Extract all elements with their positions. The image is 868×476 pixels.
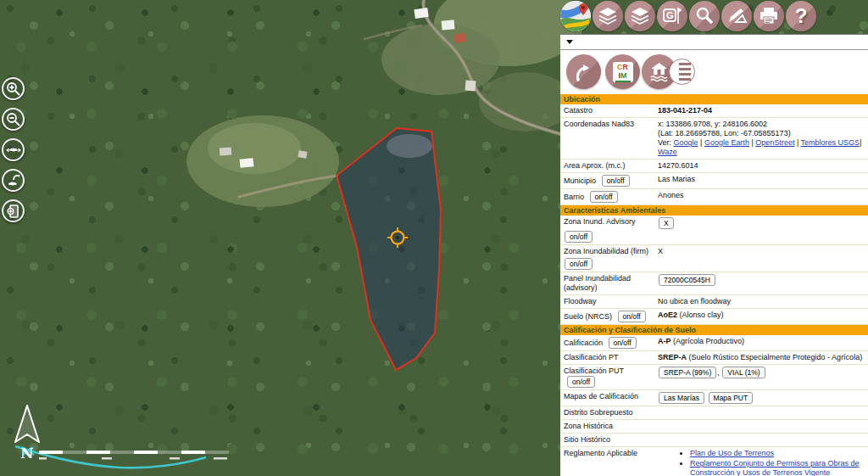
suelo-onoff-button[interactable]: on/off [618, 311, 646, 322]
suelo-label-cell: Suelo (NRCS) on/off [564, 311, 658, 322]
zoom-in-icon [5, 81, 21, 97]
row-municipio: Municipio on/off Las Marias [560, 173, 868, 189]
coords-latlon: (Lat: 18.26695788, Lon: -67.05855173) [658, 129, 865, 138]
municipio-onoff-button[interactable]: on/off [602, 175, 630, 187]
row-barrio: Barrio on/off Anones [560, 189, 868, 205]
share-link-button[interactable] [566, 54, 601, 89]
share-arrow-icon [573, 61, 595, 83]
municipio-label: Municipio [564, 176, 596, 185]
app-window: N [0, 0, 868, 476]
zona-historica-label: Zona Histórica [564, 422, 658, 431]
search-button[interactable] [689, 1, 720, 31]
flood-levels-icon[interactable] [669, 59, 695, 85]
municipio-label-cell: Municipio on/off [564, 175, 658, 187]
row-zona-firm: Zona Inundabilidad (firm) X on/off [560, 245, 868, 272]
put-srep-button[interactable]: SREP-A (99%) [659, 367, 716, 378]
coordenadas-label: Coordenadas Nad83 [564, 120, 658, 157]
row-clasificacion-put: Clasificación PUT on/off SREP-A (99%), V… [560, 365, 868, 390]
info-panel: CR IM Ubicación Catastro 183-041-217-04 [560, 34, 868, 476]
row-area: Area Aprox. (m.c.) 14270.6014 [560, 160, 868, 173]
mapas-label: Mapas de Calificación [564, 392, 658, 404]
full-extent-button[interactable] [2, 138, 25, 161]
zona-advisory-onoff-button[interactable]: on/off [565, 231, 593, 243]
suelo-value: AoE2 (Alonso clay) [658, 311, 865, 322]
row-calificacion: Calificación on/off A-P (Agrícola Produc… [560, 335, 868, 351]
calificacion-onoff-button[interactable]: on/off [609, 337, 637, 349]
zona-firm-onoff-button[interactable]: on/off [565, 258, 593, 270]
coords-xy: x: 133886.9708, y: 248106.6002 [658, 120, 865, 129]
mapa-las-marias-button[interactable]: Las Marías [659, 392, 704, 404]
locate-button[interactable] [2, 199, 25, 222]
panel-inundabilidad-label: Panel Inundabilidad (advisory) [564, 274, 658, 293]
barrio-onoff-button[interactable]: on/off [590, 191, 618, 203]
reglamento-link-plan[interactable]: Plan de Uso de Terrenos [690, 449, 774, 457]
catastro-value: 183-041-217-04 [658, 106, 865, 115]
pipe: | [752, 138, 754, 147]
map-tools [2, 77, 25, 230]
row-floodway: Floodway No ubica en floodway [560, 295, 868, 309]
ver-label: Ver: [658, 138, 671, 147]
link-openstreet[interactable]: OpenStreet [755, 138, 794, 147]
previous-extent-button[interactable] [2, 169, 25, 192]
help-button[interactable]: ? [786, 1, 816, 31]
crim-button[interactable]: CR IM [605, 54, 640, 89]
calificacion-label-cell: Calificación on/off [564, 337, 658, 349]
floodway-value: No ubica en floodway [658, 297, 865, 306]
dropdown-arrow-icon [566, 40, 573, 44]
link-google-earth[interactable]: Google Earth [704, 138, 749, 147]
row-suelo: Suelo (NRCS) on/off AoE2 (Alonso clay) [560, 309, 868, 325]
link-temblores-usgs[interactable]: Temblores USGS [801, 138, 860, 147]
google-maps-button[interactable] [560, 1, 591, 31]
calificacion-code: A-P [658, 337, 671, 345]
mapa-put-button[interactable]: Mapa PUT [709, 392, 754, 404]
reglamento-label: Reglamento Aplicable [564, 449, 658, 476]
reglamento-link-conjunto[interactable]: Reglamento Conjunto de Permisos para Obr… [690, 459, 860, 476]
gis-tools-icon: G [661, 5, 683, 27]
full-extent-icon [5, 142, 22, 159]
coords-links: Ver: Google | Google Earth | OpenStreet … [658, 138, 865, 157]
draw-measure-button[interactable] [721, 1, 752, 31]
help-icon: ? [795, 1, 808, 31]
clasificacion-put-value: SREP-A (99%), VIAL (1%) [658, 367, 865, 388]
barrio-label: Barrio [564, 193, 584, 201]
section-header-calificacion: Calificación y Clasificación de Suelo [560, 325, 868, 335]
section-header-ubicacion: Ubicación [560, 94, 868, 104]
google-maps-icon [560, 1, 591, 31]
clasificacion-pt-label: Clasificación PT [564, 353, 658, 362]
barrio-value: Anones [658, 191, 865, 203]
clasificacion-put-onoff-button[interactable]: on/off [567, 376, 595, 388]
suelo-desc: (Alonso clay) [680, 311, 724, 319]
layers-button[interactable] [593, 1, 623, 31]
pipe: | [860, 138, 861, 147]
zoom-in-button[interactable] [2, 77, 25, 100]
parcel-polygon[interactable] [337, 128, 441, 370]
link-google[interactable]: Google [674, 138, 698, 147]
flood-house-icon [648, 60, 670, 83]
row-coordenadas: Coordenadas Nad83 x: 133886.9708, y: 248… [560, 118, 868, 160]
panel-dropdown[interactable] [560, 35, 868, 50]
barrio-label-cell: Barrio on/off [564, 191, 658, 203]
row-zona-historica: Zona Histórica [560, 420, 868, 434]
row-distrito: Distrito Sobrepuesto [560, 406, 868, 420]
calificacion-desc: (Agrícola Productivo) [673, 337, 744, 345]
gis-tools-button[interactable]: G [657, 1, 687, 31]
basemaps-button[interactable] [625, 1, 655, 31]
clasificacion-put-label-cell: Clasificación PUT on/off [564, 367, 658, 388]
row-clasificacion-pt: Clasificación PT SREP-A (Suelo Rústico E… [560, 351, 868, 365]
print-button[interactable] [754, 1, 784, 31]
basemaps-icon [629, 5, 651, 27]
section-header-ambientales: Características Ambientales [560, 205, 868, 216]
link-waze[interactable]: Waze [658, 148, 677, 156]
zoom-out-button[interactable] [2, 108, 25, 131]
municipio-value: Las Marias [658, 175, 865, 187]
calificacion-label: Calificación [564, 339, 603, 347]
panel-inundabilidad-button[interactable]: 72000C0545H [659, 274, 715, 286]
river [15, 446, 206, 468]
zona-advisory-x-button[interactable]: X [659, 217, 674, 229]
clasificacion-pt-code: SREP-A [658, 353, 687, 361]
clasificacion-pt-desc: (Suelo Rústico Especialmente Protegido -… [689, 353, 863, 361]
catastro-label: Catastro [564, 106, 658, 115]
row-zona-advisory: Zona Inund. Advisory X on/off [560, 216, 868, 245]
put-vial-button[interactable]: VIAL (1%) [722, 367, 765, 378]
search-icon [693, 5, 715, 27]
